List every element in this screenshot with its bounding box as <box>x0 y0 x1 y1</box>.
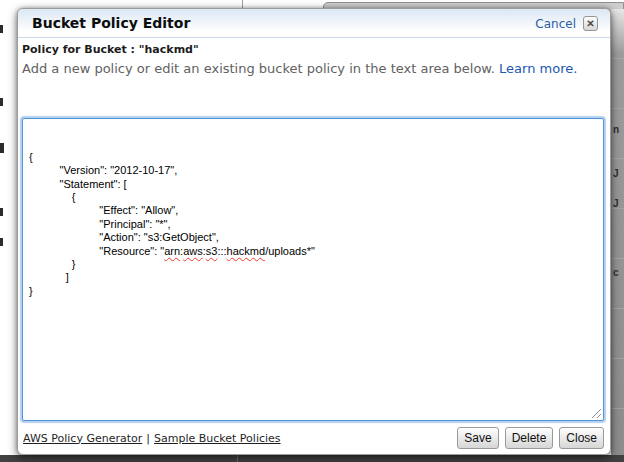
link-separator: | <box>146 432 150 445</box>
sample-bucket-policies-link[interactable]: Sample Bucket Policies <box>154 432 281 445</box>
bucket-policy-editor-dialog: Bucket Policy Editor Cancel ✕ Policy for… <box>17 8 611 455</box>
dialog-body: Policy for Bucket : "hackmd" Add a new p… <box>18 43 610 449</box>
background-divider-line <box>237 455 238 462</box>
dialog-footer: AWS Policy Generator|Sample Bucket Polic… <box>22 427 604 449</box>
button-row: Save Delete Close <box>457 427 604 449</box>
background-bottom-band <box>0 455 624 462</box>
footer-links: AWS Policy Generator|Sample Bucket Polic… <box>22 432 281 445</box>
description-text: Add a new policy or edit an existing buc… <box>22 61 604 77</box>
background-text-fragment <box>0 25 3 33</box>
dialog-header: Bucket Policy Editor Cancel ✕ <box>18 9 610 38</box>
header-actions: Cancel ✕ <box>535 16 598 31</box>
background-right-strip: n J J c <box>611 9 624 462</box>
background-text-fragment <box>0 208 3 216</box>
background-text-fragment <box>0 238 3 246</box>
delete-button[interactable]: Delete <box>505 427 554 449</box>
background-text-fragment <box>0 98 3 106</box>
background-row-lines <box>611 9 624 462</box>
dialog-title: Bucket Policy Editor <box>32 15 190 32</box>
policy-json-text: { "Version": "2012-10-17", "Statement": … <box>29 151 597 298</box>
save-button[interactable]: Save <box>457 427 498 449</box>
background-text-fragment: c <box>613 267 619 278</box>
description-main: Add a new policy or edit an existing buc… <box>22 61 495 76</box>
background-text-fragment <box>0 143 4 153</box>
background-text-fragment: J <box>613 168 619 179</box>
resize-handle-icon[interactable] <box>591 408 601 418</box>
learn-more-link[interactable]: Learn more. <box>499 61 577 76</box>
close-icon[interactable]: ✕ <box>583 16 598 31</box>
close-button[interactable]: Close <box>559 427 604 449</box>
policy-editor-textarea[interactable]: { "Version": "2012-10-17", "Statement": … <box>22 118 604 421</box>
background-text-fragment: J <box>613 198 619 209</box>
aws-policy-generator-link[interactable]: AWS Policy Generator <box>23 432 142 445</box>
policy-for-bucket-label: Policy for Bucket : "hackmd" <box>22 43 604 56</box>
cancel-link[interactable]: Cancel <box>535 17 576 31</box>
background-text-fragment: n <box>613 124 619 135</box>
